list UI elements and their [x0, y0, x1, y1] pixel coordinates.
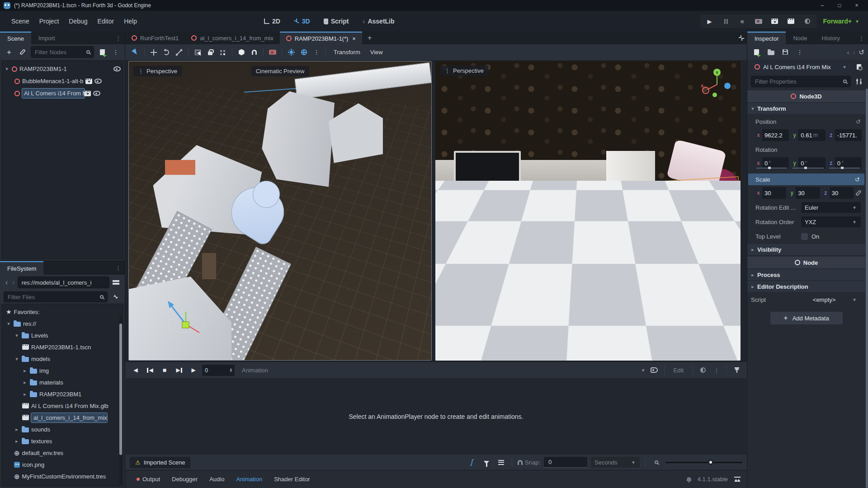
chevron-down-icon[interactable]: ▾	[6, 321, 11, 327]
play-backwards-button[interactable]: ◀	[144, 365, 156, 375]
sun-env-menu-button[interactable]: ⋮	[311, 47, 322, 58]
list-select-button[interactable]	[192, 47, 203, 58]
viewport-left-label[interactable]: ⋮ Perspective	[133, 66, 182, 76]
viewport-right[interactable]: Y X ⋮ Perspective	[435, 61, 741, 361]
viewport-right-label[interactable]: ⋮ Perspective	[440, 66, 488, 76]
panel-output[interactable]: Output	[132, 473, 165, 485]
snap-toggle-button[interactable]	[249, 47, 259, 58]
filter-tracks-button[interactable]	[481, 457, 492, 468]
maximize-button[interactable]: □	[832, 1, 847, 10]
remote-debug-button[interactable]	[752, 15, 765, 27]
filter-properties-input[interactable]	[751, 76, 851, 87]
chevron-down-icon[interactable]: ▾	[14, 333, 19, 338]
section-process[interactable]: ▸ Process	[747, 269, 865, 280]
stop-button[interactable]: ■	[736, 15, 749, 27]
instance-scene-button[interactable]	[17, 47, 28, 57]
scene-tab-runforthtest1[interactable]: RunForthTest1	[125, 32, 185, 44]
chevron-right-icon[interactable]: ▸	[22, 391, 28, 397]
position-z-field[interactable]: z-15771.	[827, 129, 862, 141]
fs-folder-res[interactable]: ▾res://	[2, 318, 123, 329]
visibility-eye-icon[interactable]	[113, 66, 121, 71]
animation-position-field[interactable]: ▴▾	[202, 365, 235, 376]
load-resource-button[interactable]	[765, 47, 776, 57]
filesystem-scrollbar[interactable]	[119, 315, 122, 484]
menu-editor[interactable]: Editor	[93, 15, 119, 28]
imported-scene-warning[interactable]: ⚠ Imported Scene	[130, 457, 190, 468]
view-menu[interactable]: View	[366, 47, 387, 58]
edited-node-selector[interactable]: Al L Comers i14 From Mix ▾	[751, 61, 851, 73]
property-scale-highlighted[interactable]: Scale ↺	[748, 174, 864, 185]
menu-scene[interactable]: Scene	[6, 15, 34, 28]
inspector-scrollbar[interactable]	[866, 89, 868, 488]
workspace-assetlib[interactable]: ↓AssetLib	[358, 15, 399, 27]
dock-menu-icon[interactable]: ⋮	[112, 35, 125, 41]
chevron-down-icon[interactable]: ▾	[4, 66, 9, 72]
scene-node-child[interactable]: BubbleMenace1-1-alt-b	[2, 75, 123, 87]
open-docs-button[interactable]	[854, 61, 864, 72]
slider-knob[interactable]	[708, 460, 713, 465]
scale-y-field[interactable]: y30	[788, 187, 820, 199]
fs-folder-materials[interactable]: ▸materials	[2, 376, 123, 388]
position-x-field[interactable]: x9622.2	[755, 129, 789, 141]
fs-file-tscn-selected[interactable]: al_l_comers_i_14_from_mix.tscn	[2, 412, 123, 423]
snap-value-field[interactable]	[544, 457, 587, 468]
tab-scene[interactable]: Scene	[0, 32, 31, 44]
rotate-tool-button[interactable]	[161, 47, 172, 58]
chevron-right-icon[interactable]: ▸	[22, 380, 28, 385]
fs-file-icon-png[interactable]: icon.png	[2, 459, 123, 470]
scene-tab-al-l-comers[interactable]: al_l_comers_i_14_from_mix	[185, 32, 280, 44]
menu-help[interactable]: Help	[119, 15, 142, 28]
onion-skinning-button[interactable]	[698, 365, 708, 375]
fs-file-scene[interactable]: RAMP2023BM1-1.tscn	[2, 341, 123, 353]
scale-tool-button[interactable]	[174, 47, 184, 58]
rotation-y-field[interactable]: y0°	[791, 157, 825, 169]
fs-folder-sounds[interactable]: ▸sounds	[2, 423, 123, 435]
timeline-zoom-button[interactable]	[651, 457, 662, 468]
notification-bell-icon[interactable]	[687, 477, 691, 481]
local-space-button[interactable]	[236, 47, 247, 58]
toggle-split-mode-button[interactable]	[110, 277, 121, 288]
select-tool-button[interactable]	[130, 47, 141, 58]
rotation-order-dropdown[interactable]: YXZ▾	[801, 216, 861, 227]
workspace-2d[interactable]: 2D	[259, 15, 285, 27]
play-animation-button[interactable]: ▶	[188, 365, 199, 375]
link-scale-icon[interactable]	[855, 190, 862, 196]
expand-bottom-panel-icon[interactable]	[734, 477, 741, 482]
camera-preview-button[interactable]	[267, 47, 278, 58]
scale-z-field[interactable]: z30	[822, 187, 854, 199]
viewport-left[interactable]: ⋮ Perspective Cinematic Preview	[128, 61, 432, 361]
dock-menu-icon[interactable]: ⋮	[112, 265, 125, 271]
renderer-selector[interactable]: Forward+ ▾	[823, 18, 860, 25]
scene-node-child-selected[interactable]: Al L Comers i14 From Mix	[2, 87, 123, 99]
chevron-down-icon[interactable]: ▾	[14, 356, 19, 362]
fs-folder-models[interactable]: ▾models	[2, 353, 123, 365]
bezier-edit-button[interactable]: ʃ	[467, 457, 477, 468]
animation-select-dropdown[interactable]: ▾	[275, 365, 646, 376]
group-node-button[interactable]	[217, 47, 228, 58]
fs-folder-textures[interactable]: ▸textures	[2, 435, 123, 447]
play-from-start-button[interactable]: ▶	[173, 365, 185, 375]
fs-file-custom-env[interactable]: ⊕MyFirstCustomEnvironment.tres	[2, 470, 123, 482]
group-tracks-button[interactable]	[495, 457, 506, 468]
tab-filesystem[interactable]: FileSystem	[0, 261, 43, 275]
movie-maker-button[interactable]	[801, 15, 814, 27]
fs-file-env[interactable]: ⊕default_env.tres	[2, 447, 123, 459]
position-y-field[interactable]: y0.61m	[791, 129, 825, 141]
lock-node-button[interactable]	[205, 47, 216, 58]
animation-menu-button[interactable]: Animation	[237, 367, 273, 374]
rotation-z-field[interactable]: z0°	[827, 157, 862, 169]
menu-project[interactable]: Project	[34, 15, 64, 28]
attach-script-button[interactable]	[97, 47, 108, 57]
fs-file-glb[interactable]: Al L Comers i14 From Mix.glb	[2, 400, 123, 412]
filter-nodes-input[interactable]	[31, 46, 94, 58]
panel-shader-editor[interactable]: Shader Editor	[269, 473, 315, 485]
visibility-eye-icon[interactable]	[93, 91, 100, 96]
chevron-right-icon[interactable]: ▸	[14, 438, 19, 444]
section-transform[interactable]: ▾ Transform	[747, 103, 865, 114]
spinner-icon[interactable]: ▴▾	[230, 368, 232, 372]
rotation-edit-dropdown[interactable]: Euler▾	[801, 202, 861, 213]
save-resource-button[interactable]	[780, 47, 791, 57]
close-button[interactable]: ×	[849, 1, 864, 10]
rotation-slider[interactable]	[793, 168, 823, 169]
revert-icon[interactable]: ↺	[856, 119, 861, 125]
